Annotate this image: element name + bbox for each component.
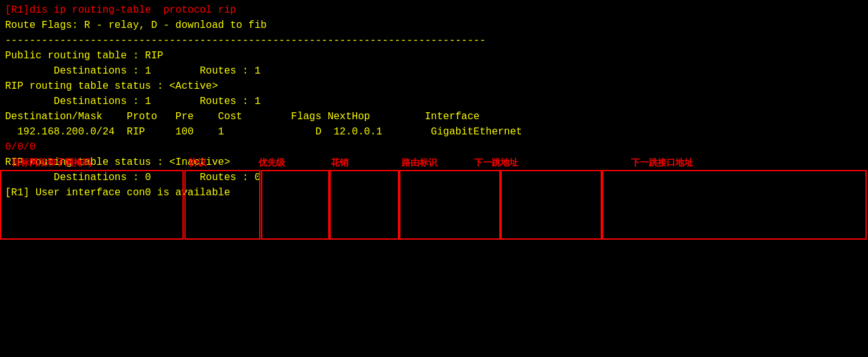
terminal-line-13: 0/0/0	[5, 140, 863, 155]
terminal-line-0: [R1]dis ip routing-table protocol rip	[5, 3, 863, 18]
terminal-line-12: 192.168.200.0/24 RIP 100 1 D 12.0.0.1 Gi…	[5, 124, 863, 140]
terminal-line-10: Destination/Mask Proto Pre Cost Flags Ne…	[5, 109, 863, 124]
annotation-cost: 花销	[331, 157, 348, 169]
annotation-pre: 优先级	[258, 157, 285, 169]
terminal-line-16: Destinations : 0 Routes : 0	[5, 170, 863, 185]
terminal-line-18: [R1] User interface con0 is available	[5, 185, 863, 200]
terminal-line-1: Route Flags: R - relay, D - download to …	[5, 18, 863, 33]
terminal-line-8: Destinations : 1 Routes : 1	[5, 94, 863, 109]
annotation-nexthop: 下一跳地址	[474, 157, 518, 169]
annotation-proto: 协议	[189, 157, 207, 169]
terminal-line-5: Destinations : 1 Routes : 1	[5, 63, 863, 79]
terminal-window: [R1]dis ip routing-table protocol ripRou…	[0, 0, 868, 203]
terminal-line-7: RIP routing table status : <Active>	[5, 79, 863, 94]
annotation-destination-mask: 目标网段和子网掩码	[11, 157, 91, 169]
annotation-flags: 路由标识	[402, 157, 437, 169]
annotation-interface: 下一跳接口地址	[631, 157, 693, 169]
terminal-line-4: Public routing table : RIP	[5, 48, 863, 63]
terminal-line-2: ----------------------------------------…	[5, 33, 863, 48]
